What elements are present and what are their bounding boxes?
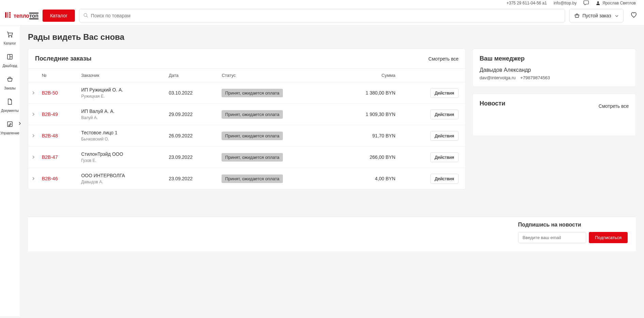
- order-date: 23.09.2022: [165, 168, 219, 189]
- cart-icon: [6, 31, 13, 39]
- table-row: B2B-48 Тестовое лицо 1 Бычковский О. 26.…: [28, 125, 465, 147]
- expand-row-icon[interactable]: [28, 147, 38, 168]
- sidebar-item-catalog[interactable]: Каталог: [4, 31, 16, 45]
- sidebar-item-label: Документы: [1, 109, 19, 113]
- cart-dropdown[interactable]: Пустой заказ: [569, 9, 624, 22]
- manager-phone[interactable]: +79879874563: [520, 75, 550, 80]
- expand-row-icon[interactable]: [28, 104, 38, 125]
- expand-row-icon[interactable]: [28, 82, 38, 104]
- topbar: +375 29 611-04-56 а1 info@ttop.by Яросла…: [0, 0, 644, 6]
- sidebar-item-orders[interactable]: Заказы: [4, 76, 15, 90]
- user-menu[interactable]: Ярослав Светлов: [596, 1, 636, 5]
- orders-table: № Заказчик Дата Статус Сумма B2B-50 ИП Р…: [28, 68, 465, 189]
- catalog-button[interactable]: Каталог: [43, 10, 75, 22]
- sidebar-item-dashboard[interactable]: Дашборд: [3, 53, 17, 68]
- expand-row-icon[interactable]: [28, 125, 38, 147]
- topbar-email[interactable]: info@ttop.by: [553, 1, 577, 5]
- order-number-link[interactable]: B2B-47: [42, 154, 58, 160]
- svg-point-0: [597, 1, 599, 3]
- subscribe-block: Подпишись на новости Подписаться: [518, 222, 628, 243]
- table-row: B2B-49 ИП Валуй А. А. Валуй А. 29.09.202…: [28, 104, 465, 125]
- status-badge: Принят, ожидается оплата: [222, 89, 283, 97]
- customer-name: Тестовое лицо 1: [81, 130, 162, 135]
- sidebar-item-label: Каталог: [4, 41, 16, 45]
- customer-contact: Валуй А.: [81, 115, 162, 120]
- order-number-link[interactable]: B2B-46: [42, 176, 58, 181]
- news-card: Новости Смотреть все: [472, 94, 636, 136]
- order-date: 23.09.2022: [165, 147, 219, 168]
- order-sum: 1 909,30 BYN: [336, 104, 399, 125]
- chevron-down-icon: [615, 14, 618, 18]
- customer-contact: Давыдов А.: [81, 180, 162, 184]
- favorites-icon[interactable]: [628, 12, 640, 20]
- edit-icon: [6, 121, 13, 129]
- order-sum: 266,00 BYN: [336, 147, 399, 168]
- table-row: B2B-47 СтилонТрэйд ООО Гузов Е. 23.09.20…: [28, 147, 465, 168]
- customer-contact: Бычковский О.: [81, 137, 162, 141]
- topbar-phone: +375 29 611-04-56 а1: [506, 1, 547, 5]
- sidebar-item-label: Дашборд: [3, 64, 17, 68]
- manager-name: Давыдов Александр: [480, 67, 629, 73]
- col-number: №: [38, 69, 78, 82]
- svg-point-3: [9, 36, 9, 37]
- chevron-right-icon: [19, 122, 21, 126]
- document-icon: [6, 98, 13, 107]
- status-badge: Принят, ожидается оплата: [222, 174, 283, 183]
- dashboard-icon: [6, 53, 13, 62]
- table-row: B2B-50 ИП Ружицкий О. А. Ружицкая Е. 03.…: [28, 82, 465, 104]
- status-badge: Принят, ожидается оплата: [222, 132, 283, 140]
- col-status: Статус: [218, 69, 336, 82]
- order-number-link[interactable]: B2B-50: [42, 90, 58, 96]
- order-sum: 1 380,00 BYN: [336, 82, 399, 104]
- order-sum: 91,70 BYN: [336, 125, 399, 147]
- logo[interactable]: теплотоп: [4, 11, 38, 20]
- customer-name: ИП Валуй А. А.: [81, 108, 162, 114]
- order-date: 03.10.2022: [165, 82, 219, 104]
- svg-line-2: [87, 16, 88, 17]
- search-icon: [83, 13, 88, 19]
- actions-button[interactable]: Действия: [430, 131, 458, 141]
- search-input[interactable]: [88, 10, 561, 21]
- footer: Подпишись на новости Подписаться: [28, 217, 636, 251]
- orders-title: Последние заказы: [35, 55, 92, 62]
- subscribe-email-input[interactable]: [518, 232, 586, 243]
- sidebar-item-management[interactable]: Управление: [0, 121, 19, 135]
- logo-text-1: тепло: [14, 13, 29, 19]
- orders-view-all-link[interactable]: Смотреть все: [429, 56, 458, 62]
- recent-orders-card: Последние заказы Смотреть все № Заказчик…: [28, 49, 466, 189]
- cart-label: Пустой заказ: [582, 13, 611, 18]
- status-badge: Принят, ожидается оплата: [222, 110, 283, 119]
- news-title: Новости: [480, 100, 505, 107]
- logo-icon: [4, 11, 12, 20]
- customer-name: ООО ИНТЕРВОЛГА: [81, 173, 162, 178]
- main-content: Рады видеть Вас снова Последние заказы С…: [20, 26, 644, 316]
- expand-row-icon[interactable]: [28, 168, 38, 189]
- sidebar-item-documents[interactable]: Документы: [1, 98, 19, 113]
- col-sum: Сумма: [336, 69, 399, 82]
- actions-button[interactable]: Действия: [430, 152, 458, 162]
- customer-name: ИП Ружицкий О. А.: [81, 87, 162, 93]
- svg-point-4: [11, 36, 12, 37]
- order-date: 26.09.2022: [165, 125, 219, 147]
- customer-name: СтилонТрэйд ООО: [81, 151, 162, 157]
- chat-icon[interactable]: [583, 0, 589, 6]
- sidebar: Каталог Дашборд Заказы Документы Управле…: [0, 26, 20, 316]
- basket-icon: [574, 13, 580, 18]
- subscribe-button[interactable]: Подписаться: [589, 232, 628, 243]
- user-icon: [596, 1, 600, 5]
- actions-button[interactable]: Действия: [430, 174, 458, 184]
- svg-point-1: [84, 13, 87, 16]
- search-bar[interactable]: [79, 9, 565, 22]
- news-view-all-link[interactable]: Смотреть все: [599, 103, 629, 109]
- order-number-link[interactable]: B2B-49: [42, 112, 58, 117]
- user-name: Ярослав Светлов: [602, 1, 636, 5]
- manager-email[interactable]: dav@intervolga.ru: [480, 75, 516, 80]
- order-number-link[interactable]: B2B-48: [42, 133, 58, 138]
- manager-title: Ваш менеджер: [480, 55, 629, 62]
- table-row: B2B-46 ООО ИНТЕРВОЛГА Давыдов А. 23.09.2…: [28, 168, 465, 189]
- actions-button[interactable]: Действия: [430, 110, 458, 119]
- basket-icon: [6, 76, 13, 84]
- manager-card: Ваш менеджер Давыдов Александр dav@inter…: [472, 49, 636, 87]
- actions-button[interactable]: Действия: [430, 88, 458, 98]
- customer-contact: Ружицкая Е.: [81, 94, 162, 99]
